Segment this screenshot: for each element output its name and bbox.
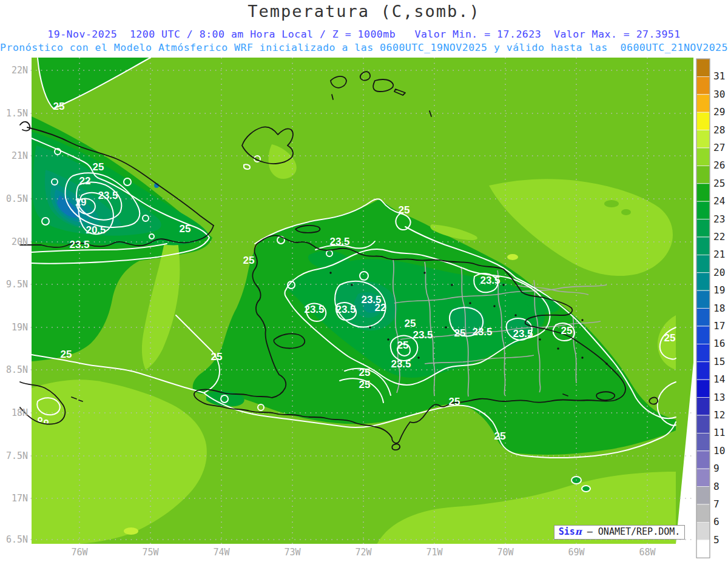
lon-tick-label: 75W [142,547,159,558]
lat-tick-label: 18N [12,407,28,418]
temperature-map-canvas: 25252223.51920.523.5252523.52523.523.522… [0,0,728,562]
cuba-north-hook [20,122,30,131]
contour-label: 25 [561,325,573,336]
attribution-org: – ONAMET/REP.DOM. [582,526,681,537]
contour-label: 23.5 [304,304,324,315]
colorbar-segment [696,166,710,183]
colorbar-segment [696,219,710,237]
contour-label: 25 [405,318,416,329]
colorbar-segment [696,112,710,130]
colorbar-segment [696,273,710,290]
colorbar-tick-label: 13 [713,392,725,403]
lat-tick-label: 17N [12,493,28,504]
contour-label: 25 [93,161,104,173]
colorbar-segment [696,95,710,112]
contour-label: 22 [375,302,386,313]
contour-label: 23.5 [69,239,89,250]
olive-islet-patch [604,200,619,207]
colorbar-tick-label: 6 [713,516,720,527]
colorbar: 3130292827262524232221201918171615141312… [696,59,725,558]
lon-tick-label: 71W [426,547,443,558]
contour-label: 25 [359,367,371,378]
colorbar-tick-label: 23 [713,213,725,225]
colorbar-tick-label: 15 [713,356,725,367]
temperature-shading [27,58,693,546]
colorbar-tick-label: 17 [713,320,725,332]
lat-tick-label: 21N [12,150,28,161]
colorbar-tick-label: 10 [713,445,725,457]
colorbar-segment [696,237,710,255]
colorbar-tick-label: 29 [713,106,725,118]
colorbar-segment [696,398,710,415]
lon-tick-label: 72W [355,547,372,558]
colorbar-tick-label: 9 [713,463,720,474]
brand-pi-icon: π [575,526,582,537]
colorbar-segment [696,184,710,201]
colorbar-segment [696,59,710,76]
lon-tick-label: 74W [213,547,230,558]
colorbar-tick-label: 25 [713,178,725,189]
colorbar-tick-label: 30 [713,89,725,100]
brand-sis: Sis [559,526,575,537]
colorbar-tick-label: 24 [713,195,725,207]
colorbar-tick-label: 7 [713,498,720,510]
colorbar-segment [696,255,710,272]
contour-label: 22 [79,175,91,187]
contour-label: 23.5 [329,236,349,247]
colorbar-tick-label: 18 [713,303,725,314]
colorbar-tick-label: 14 [713,373,725,385]
contour-label: 23.5 [335,304,356,315]
contour-label: 25 [449,396,460,407]
colorbar-segment [696,504,710,522]
lat-tick-label: 8.5N [6,364,28,375]
colorbar-segment [696,362,710,380]
hot-spot-27-28 [124,527,138,535]
contour-label: 25 [454,327,466,339]
colorbar-segment [696,451,710,469]
colorbar-tick-label: 21 [713,249,725,260]
lon-tick-label: 70W [497,547,514,558]
colorbar-segment [696,469,710,486]
colorbar-tick-label: 20 [713,267,725,278]
contour-label: 25 [397,340,409,351]
contour-label: 23.5 [98,190,118,201]
colorbar-tick-label: 22 [713,231,725,243]
lat-tick-label: 0.5N [6,193,28,204]
colorbar-segment [696,344,710,361]
lon-tick-label: 69W [568,547,585,558]
lat-tick-label: 1.5N [6,108,28,119]
contour-label: 23.5 [413,329,433,341]
contour-label: 23.5 [472,326,492,338]
lat-tick-label: 20N [12,236,28,247]
lon-tick-label: 76W [71,547,88,558]
contour-label: 25 [180,223,191,235]
colorbar-tick-label: 5 [713,534,720,546]
colorbar-tick-label: 28 [713,124,725,136]
contour-label: 20.5 [86,224,106,236]
colorbar-segment [696,201,710,219]
colorbar-segment [696,148,710,166]
contour-label: 25 [61,349,72,360]
colorbar-segment [696,290,710,308]
colorbar-tick-label: 12 [713,409,725,421]
olive-islet-patch [621,209,631,215]
colorbar-segment [696,130,710,148]
contour-label: 23.5 [513,328,533,340]
colorbar-segment [696,433,710,450]
contour-label: 25 [243,255,255,266]
contour-label: 19 [75,196,87,208]
lat-tick-label: 6.5N [6,534,28,545]
lon-tick-label: 68W [639,547,656,558]
hot-spot-27-28 [507,254,518,260]
contour-label: 25 [494,430,506,442]
colorbar-tick-label: 27 [713,142,725,153]
colorbar-segment [696,309,710,326]
contour-label: 23.5 [480,275,500,286]
contour-label: 25 [53,101,65,112]
lon-tick-label: 73W [284,547,301,558]
colorbar-tick-label: 19 [713,284,725,296]
colorbar-tick-label: 31 [713,70,725,82]
contour-label: 23.5 [391,358,411,370]
contour-label: 25 [211,351,223,363]
colorbar-tick-label: 11 [713,427,725,438]
